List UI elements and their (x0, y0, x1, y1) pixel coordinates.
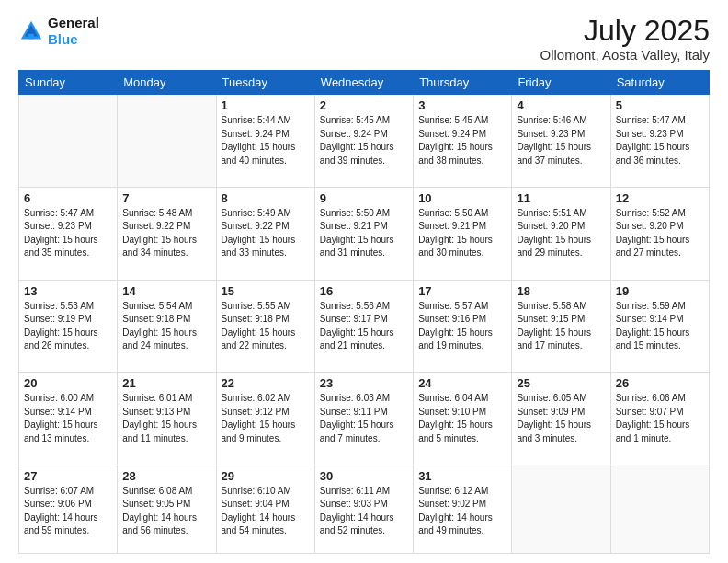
calendar-cell: 27Sunrise: 6:07 AM Sunset: 9:06 PM Dayli… (19, 465, 118, 553)
title-block: July 2025 Ollomont, Aosta Valley, Italy (540, 15, 710, 63)
day-info: Sunrise: 6:02 AM Sunset: 9:12 PM Dayligh… (222, 392, 310, 445)
day-info: Sunrise: 6:03 AM Sunset: 9:11 PM Dayligh… (320, 392, 408, 445)
day-info: Sunrise: 5:44 AM Sunset: 9:24 PM Dayligh… (222, 114, 310, 167)
day-info: Sunrise: 5:53 AM Sunset: 9:19 PM Dayligh… (24, 300, 112, 353)
day-info: Sunrise: 5:52 AM Sunset: 9:20 PM Dayligh… (616, 207, 704, 260)
calendar-cell: 9Sunrise: 5:50 AM Sunset: 9:21 PM Daylig… (314, 187, 413, 280)
day-number: 22 (222, 376, 310, 390)
calendar-cell: 1Sunrise: 5:44 AM Sunset: 9:24 PM Daylig… (216, 95, 314, 188)
week-row-1: 1Sunrise: 5:44 AM Sunset: 9:24 PM Daylig… (19, 95, 710, 188)
calendar-cell: 11Sunrise: 5:51 AM Sunset: 9:20 PM Dayli… (512, 187, 610, 280)
day-info: Sunrise: 5:49 AM Sunset: 9:22 PM Dayligh… (222, 207, 310, 260)
day-info: Sunrise: 5:50 AM Sunset: 9:21 PM Dayligh… (418, 207, 506, 260)
day-info: Sunrise: 5:48 AM Sunset: 9:22 PM Dayligh… (122, 207, 210, 260)
day-number: 21 (122, 376, 210, 390)
day-info: Sunrise: 5:54 AM Sunset: 9:18 PM Dayligh… (122, 300, 210, 353)
weekday-header-monday: Monday (118, 71, 216, 95)
calendar-cell: 16Sunrise: 5:56 AM Sunset: 9:17 PM Dayli… (314, 280, 413, 373)
day-number: 13 (24, 284, 112, 298)
calendar-cell: 22Sunrise: 6:02 AM Sunset: 9:12 PM Dayli… (216, 373, 314, 465)
day-number: 31 (418, 469, 506, 483)
day-info: Sunrise: 5:46 AM Sunset: 9:23 PM Dayligh… (517, 114, 605, 167)
header: General Blue July 2025 Ollomont, Aosta V… (18, 15, 710, 63)
day-info: Sunrise: 5:55 AM Sunset: 9:18 PM Dayligh… (222, 300, 310, 353)
weekday-header-wednesday: Wednesday (314, 71, 413, 95)
day-number: 7 (122, 191, 210, 205)
day-info: Sunrise: 5:45 AM Sunset: 9:24 PM Dayligh… (320, 114, 408, 167)
calendar-cell: 26Sunrise: 6:06 AM Sunset: 9:07 PM Dayli… (610, 373, 709, 465)
day-number: 10 (418, 191, 506, 205)
day-number: 26 (616, 376, 704, 390)
day-info: Sunrise: 5:58 AM Sunset: 9:15 PM Dayligh… (517, 300, 605, 353)
calendar-cell: 30Sunrise: 6:11 AM Sunset: 9:03 PM Dayli… (314, 465, 413, 553)
day-number: 23 (320, 376, 408, 390)
day-info: Sunrise: 6:06 AM Sunset: 9:07 PM Dayligh… (616, 392, 704, 445)
calendar-cell: 2Sunrise: 5:45 AM Sunset: 9:24 PM Daylig… (314, 95, 413, 188)
day-number: 19 (616, 284, 704, 298)
day-number: 1 (222, 98, 310, 112)
calendar-cell: 25Sunrise: 6:05 AM Sunset: 9:09 PM Dayli… (512, 373, 610, 465)
day-number: 24 (418, 376, 506, 390)
week-row-5: 27Sunrise: 6:07 AM Sunset: 9:06 PM Dayli… (19, 465, 710, 553)
day-number: 16 (320, 284, 408, 298)
calendar-title: July 2025 (540, 15, 710, 47)
calendar-cell (118, 95, 216, 188)
day-info: Sunrise: 6:05 AM Sunset: 9:09 PM Dayligh… (517, 392, 605, 445)
weekday-header-row: SundayMondayTuesdayWednesdayThursdayFrid… (19, 71, 710, 95)
day-number: 9 (320, 191, 408, 205)
day-info: Sunrise: 6:04 AM Sunset: 9:10 PM Dayligh… (418, 392, 506, 445)
day-number: 5 (616, 98, 704, 112)
day-number: 18 (517, 284, 605, 298)
day-info: Sunrise: 5:50 AM Sunset: 9:21 PM Dayligh… (320, 207, 408, 260)
calendar-cell: 4Sunrise: 5:46 AM Sunset: 9:23 PM Daylig… (512, 95, 610, 188)
calendar-cell: 6Sunrise: 5:47 AM Sunset: 9:23 PM Daylig… (19, 187, 118, 280)
calendar-cell: 5Sunrise: 5:47 AM Sunset: 9:23 PM Daylig… (610, 95, 709, 188)
calendar-cell: 23Sunrise: 6:03 AM Sunset: 9:11 PM Dayli… (314, 373, 413, 465)
calendar-table: SundayMondayTuesdayWednesdayThursdayFrid… (18, 70, 710, 554)
day-info: Sunrise: 6:01 AM Sunset: 9:13 PM Dayligh… (122, 392, 210, 445)
day-info: Sunrise: 6:08 AM Sunset: 9:05 PM Dayligh… (122, 485, 210, 538)
day-number: 27 (24, 469, 112, 483)
logo: General Blue (18, 15, 99, 48)
calendar-cell: 28Sunrise: 6:08 AM Sunset: 9:05 PM Dayli… (118, 465, 216, 553)
day-number: 4 (517, 98, 605, 112)
day-number: 12 (616, 191, 704, 205)
day-info: Sunrise: 6:12 AM Sunset: 9:02 PM Dayligh… (418, 485, 506, 538)
logo-text-line1: General (48, 15, 99, 31)
day-number: 6 (24, 191, 112, 205)
week-row-2: 6Sunrise: 5:47 AM Sunset: 9:23 PM Daylig… (19, 187, 710, 280)
weekday-header-tuesday: Tuesday (216, 71, 314, 95)
day-info: Sunrise: 5:47 AM Sunset: 9:23 PM Dayligh… (24, 207, 112, 260)
calendar-cell: 7Sunrise: 5:48 AM Sunset: 9:22 PM Daylig… (118, 187, 216, 280)
calendar-cell: 29Sunrise: 6:10 AM Sunset: 9:04 PM Dayli… (216, 465, 314, 553)
calendar-cell: 19Sunrise: 5:59 AM Sunset: 9:14 PM Dayli… (610, 280, 709, 373)
day-number: 8 (222, 191, 310, 205)
day-info: Sunrise: 5:56 AM Sunset: 9:17 PM Dayligh… (320, 300, 408, 353)
calendar-cell: 8Sunrise: 5:49 AM Sunset: 9:22 PM Daylig… (216, 187, 314, 280)
calendar-cell: 14Sunrise: 5:54 AM Sunset: 9:18 PM Dayli… (118, 280, 216, 373)
day-number: 15 (222, 284, 310, 298)
day-info: Sunrise: 6:07 AM Sunset: 9:06 PM Dayligh… (24, 485, 112, 538)
logo-icon (18, 18, 44, 44)
page: General Blue July 2025 Ollomont, Aosta V… (0, 0, 728, 563)
day-number: 2 (320, 98, 408, 112)
calendar-cell (610, 465, 709, 553)
day-info: Sunrise: 5:45 AM Sunset: 9:24 PM Dayligh… (418, 114, 506, 167)
calendar-subtitle: Ollomont, Aosta Valley, Italy (540, 47, 710, 63)
logo-text-line2: Blue (48, 31, 99, 48)
calendar-cell: 20Sunrise: 6:00 AM Sunset: 9:14 PM Dayli… (19, 373, 118, 465)
day-info: Sunrise: 5:57 AM Sunset: 9:16 PM Dayligh… (418, 300, 506, 353)
day-number: 11 (517, 191, 605, 205)
calendar-cell: 17Sunrise: 5:57 AM Sunset: 9:16 PM Dayli… (414, 280, 512, 373)
day-number: 28 (122, 469, 210, 483)
calendar-cell: 10Sunrise: 5:50 AM Sunset: 9:21 PM Dayli… (414, 187, 512, 280)
calendar-cell: 12Sunrise: 5:52 AM Sunset: 9:20 PM Dayli… (610, 187, 709, 280)
weekday-header-thursday: Thursday (414, 71, 512, 95)
calendar-cell: 13Sunrise: 5:53 AM Sunset: 9:19 PM Dayli… (19, 280, 118, 373)
day-number: 3 (418, 98, 506, 112)
calendar-cell: 31Sunrise: 6:12 AM Sunset: 9:02 PM Dayli… (414, 465, 512, 553)
day-info: Sunrise: 6:10 AM Sunset: 9:04 PM Dayligh… (222, 485, 310, 538)
week-row-3: 13Sunrise: 5:53 AM Sunset: 9:19 PM Dayli… (19, 280, 710, 373)
day-info: Sunrise: 5:59 AM Sunset: 9:14 PM Dayligh… (616, 300, 704, 353)
weekday-header-friday: Friday (512, 71, 610, 95)
